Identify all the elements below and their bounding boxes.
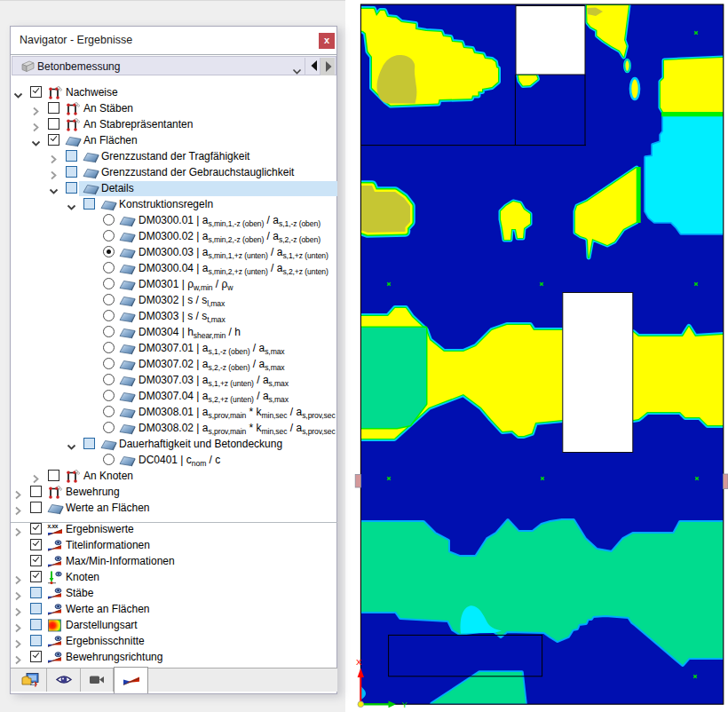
svg-text:X: X <box>356 657 362 667</box>
svg-text:x.xx: x.xx <box>48 523 59 529</box>
svg-text:Y: Y <box>402 700 408 709</box>
